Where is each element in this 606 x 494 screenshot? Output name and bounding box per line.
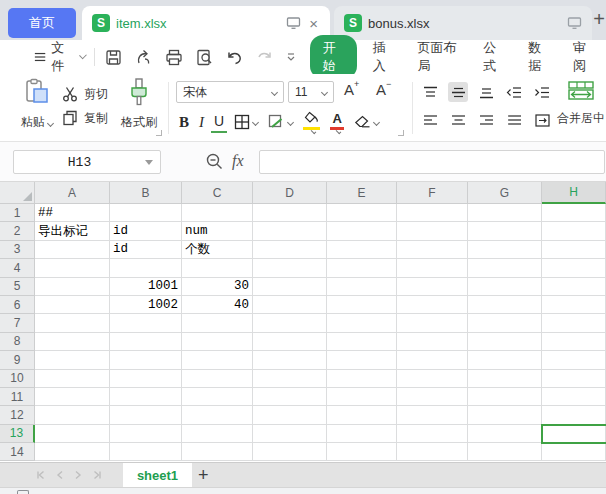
cell-G5[interactable] bbox=[468, 278, 542, 296]
cell-D6[interactable] bbox=[253, 296, 327, 314]
cell-D14[interactable] bbox=[253, 443, 327, 461]
align-right-button[interactable] bbox=[476, 110, 496, 130]
row-header-3[interactable]: 3 bbox=[0, 241, 35, 259]
row-header-2[interactable]: 2 bbox=[0, 222, 35, 240]
row-header-14[interactable]: 14 bbox=[0, 443, 35, 461]
cell-E8[interactable] bbox=[327, 333, 397, 351]
cell-A9[interactable] bbox=[35, 351, 110, 369]
cell-D5[interactable] bbox=[253, 278, 327, 296]
row-header-1[interactable]: 1 bbox=[0, 204, 35, 222]
next-sheet-icon[interactable] bbox=[74, 470, 82, 480]
cell-D8[interactable] bbox=[253, 333, 327, 351]
dialog-launcher-font[interactable] bbox=[398, 130, 404, 136]
cell-E6[interactable] bbox=[327, 296, 397, 314]
cell-H10[interactable] bbox=[542, 370, 606, 388]
merge-center-button[interactable]: 合并居中 bbox=[556, 80, 606, 127]
cell-D11[interactable] bbox=[253, 388, 327, 406]
cell-D1[interactable] bbox=[253, 204, 327, 222]
cell-D13[interactable] bbox=[253, 425, 327, 443]
cell-B8[interactable] bbox=[110, 333, 182, 351]
cell-C2[interactable]: num bbox=[182, 222, 253, 240]
align-center-button[interactable] bbox=[448, 110, 468, 130]
cell-C10[interactable] bbox=[182, 370, 253, 388]
cell-E3[interactable] bbox=[327, 241, 397, 259]
cell-B5[interactable]: 1001 bbox=[110, 278, 182, 296]
cell-A11[interactable] bbox=[35, 388, 110, 406]
cell-E10[interactable] bbox=[327, 370, 397, 388]
font-name-select[interactable]: 宋体 bbox=[176, 81, 284, 103]
cell-F13[interactable] bbox=[397, 425, 468, 443]
cell-A7[interactable] bbox=[35, 314, 110, 332]
ribbon-tab-home[interactable]: 开始 bbox=[310, 35, 357, 79]
cell-H4[interactable] bbox=[542, 259, 606, 277]
cell-G6[interactable] bbox=[468, 296, 542, 314]
cell-H6[interactable] bbox=[542, 296, 606, 314]
cell-F11[interactable] bbox=[397, 388, 468, 406]
cell-D4[interactable] bbox=[253, 259, 327, 277]
cell-D10[interactable] bbox=[253, 370, 327, 388]
column-header-A[interactable]: A bbox=[35, 182, 110, 204]
paste-button[interactable]: 粘贴 bbox=[14, 78, 60, 131]
italic-button[interactable]: I bbox=[196, 111, 207, 133]
cell-C11[interactable] bbox=[182, 388, 253, 406]
cell-H9[interactable] bbox=[542, 351, 606, 369]
cell-D12[interactable] bbox=[253, 406, 327, 424]
cell-F12[interactable] bbox=[397, 406, 468, 424]
cell-E2[interactable] bbox=[327, 222, 397, 240]
wrap-text-button[interactable] bbox=[532, 110, 552, 130]
align-top-button[interactable] bbox=[420, 82, 440, 102]
cell-F7[interactable] bbox=[397, 314, 468, 332]
cell-G3[interactable] bbox=[468, 241, 542, 259]
cell-B9[interactable] bbox=[110, 351, 182, 369]
clear-formatting-button[interactable] bbox=[351, 111, 382, 133]
ribbon-tab-data[interactable]: 数据 bbox=[516, 35, 561, 79]
row-header-4[interactable]: 4 bbox=[0, 259, 35, 277]
cell-G8[interactable] bbox=[468, 333, 542, 351]
cell-G12[interactable] bbox=[468, 406, 542, 424]
align-left-button[interactable] bbox=[420, 110, 440, 130]
export-pdf-button[interactable] bbox=[135, 49, 152, 66]
font-color-button[interactable]: A bbox=[327, 111, 347, 133]
cell-C8[interactable] bbox=[182, 333, 253, 351]
undo-button[interactable] bbox=[226, 50, 243, 65]
cell-G14[interactable] bbox=[468, 443, 542, 461]
cell-D3[interactable] bbox=[253, 241, 327, 259]
dialog-launcher-clipboard[interactable] bbox=[156, 130, 162, 136]
cell-F8[interactable] bbox=[397, 333, 468, 351]
column-header-D[interactable]: D bbox=[253, 182, 327, 204]
zoom-out-icon[interactable] bbox=[205, 152, 224, 174]
ribbon-tab-review[interactable]: 审阅 bbox=[561, 35, 606, 79]
cell-C9[interactable] bbox=[182, 351, 253, 369]
cell-A12[interactable] bbox=[35, 406, 110, 424]
cell-B11[interactable] bbox=[110, 388, 182, 406]
row-header-8[interactable]: 8 bbox=[0, 333, 35, 351]
column-header-E[interactable]: E bbox=[327, 182, 397, 204]
cell-B14[interactable] bbox=[110, 443, 182, 461]
cell-B2[interactable]: id bbox=[110, 222, 182, 240]
cell-B4[interactable] bbox=[110, 259, 182, 277]
cell-A13[interactable] bbox=[35, 425, 110, 443]
formula-input[interactable] bbox=[259, 150, 605, 174]
row-header-11[interactable]: 11 bbox=[0, 388, 35, 406]
cell-G11[interactable] bbox=[468, 388, 542, 406]
cell-B7[interactable] bbox=[110, 314, 182, 332]
cell-H5[interactable] bbox=[542, 278, 606, 296]
document-tab-item[interactable]: S item.xlsx × bbox=[82, 6, 330, 40]
cut-button[interactable]: 剪切 bbox=[62, 82, 108, 106]
cell-E4[interactable] bbox=[327, 259, 397, 277]
cell-H8[interactable] bbox=[542, 333, 606, 351]
cell-E13[interactable] bbox=[327, 425, 397, 443]
cell-H1[interactable] bbox=[542, 204, 606, 222]
cell-C3[interactable]: 个数 bbox=[182, 241, 253, 259]
cell-A5[interactable] bbox=[35, 278, 110, 296]
cell-A14[interactable] bbox=[35, 443, 110, 461]
cell-B1[interactable] bbox=[110, 204, 182, 222]
increase-font-size-button[interactable]: A+ bbox=[344, 81, 359, 103]
new-document-tab-button[interactable]: + bbox=[593, 8, 605, 31]
cell-G2[interactable] bbox=[468, 222, 542, 240]
cell-A3[interactable] bbox=[35, 241, 110, 259]
column-header-G[interactable]: G bbox=[468, 182, 542, 204]
row-header-13[interactable]: 13 bbox=[0, 425, 35, 443]
cell-H11[interactable] bbox=[542, 388, 606, 406]
name-box-dropdown-icon[interactable] bbox=[145, 160, 153, 165]
